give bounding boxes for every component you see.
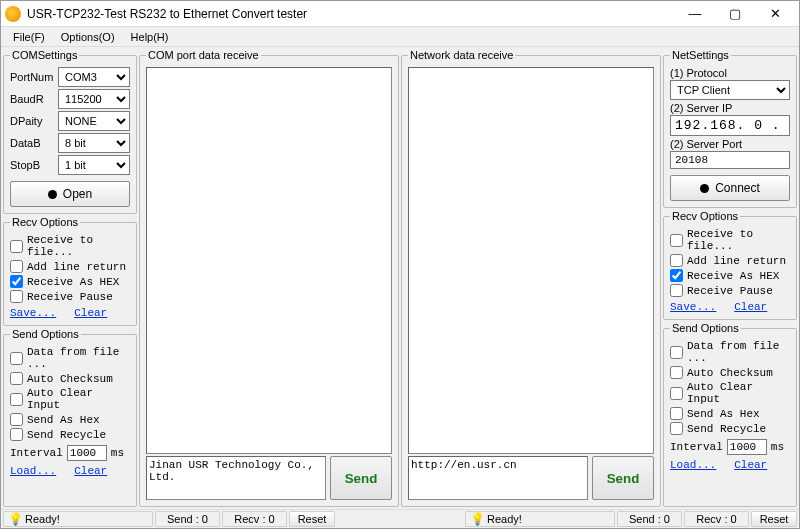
status-recv-right: Recv : 0 — [684, 511, 749, 527]
portnum-label: PortNum — [10, 71, 54, 83]
status-ready-right: 💡 Ready! — [465, 511, 615, 527]
interval-label-left: Interval — [10, 447, 63, 459]
menu-help[interactable]: Help(H) — [123, 29, 177, 45]
com-recv-textarea[interactable] — [146, 67, 392, 454]
recv-options-legend: Recv Options — [10, 216, 80, 228]
send-clear-left[interactable]: Clear — [74, 465, 107, 477]
status-dot-icon — [48, 190, 57, 199]
send-options-legend: Send Options — [10, 328, 81, 340]
net-recv-legend: Network data receive — [408, 49, 515, 61]
com-settings-legend: COMSettings — [10, 49, 79, 61]
auto-checksum-right[interactable] — [670, 366, 683, 379]
com-recv-legend: COM port data receive — [146, 49, 261, 61]
titlebar: USR-TCP232-Test RS232 to Ethernet Conver… — [1, 1, 799, 27]
recv-as-hex-right[interactable] — [670, 269, 683, 282]
server-port-label: (2) Server Port — [670, 138, 790, 150]
window-title: USR-TCP232-Test RS232 to Ethernet Conver… — [27, 7, 307, 21]
connect-button[interactable]: Connect — [670, 175, 790, 201]
interval-unit-right: ms — [771, 441, 784, 453]
datab-label: DataB — [10, 137, 54, 149]
open-button-label: Open — [63, 187, 92, 201]
com-settings-group: COMSettings PortNum COM3 BaudR 115200 DP… — [3, 49, 137, 214]
send-options-right: Send Options Data from file ... Auto Che… — [663, 322, 797, 507]
portnum-select[interactable]: COM3 — [58, 67, 130, 87]
interval-unit-left: ms — [111, 447, 124, 459]
net-settings-group: NetSettings (1) Protocol TCP Client (2) … — [663, 49, 797, 208]
recv-to-file-right[interactable] — [670, 234, 683, 247]
send-options-legend: Send Options — [670, 322, 741, 334]
minimize-button[interactable]: — — [675, 2, 715, 26]
status-recv-left: Recv : 0 — [222, 511, 287, 527]
net-settings-legend: NetSettings — [670, 49, 731, 61]
interval-label-right: Interval — [670, 441, 723, 453]
recv-as-hex-left[interactable] — [10, 275, 23, 288]
open-button[interactable]: Open — [10, 181, 130, 207]
auto-clear-input-right[interactable] — [670, 387, 683, 400]
data-from-file-right[interactable] — [670, 346, 683, 359]
net-send-textarea[interactable]: http://en.usr.cn — [408, 456, 588, 500]
send-recycle-right[interactable] — [670, 422, 683, 435]
bulb-icon: 💡 — [8, 512, 23, 526]
server-ip-label: (2) Server IP — [670, 102, 790, 114]
server-ip-input[interactable] — [670, 115, 790, 136]
add-line-return-right[interactable] — [670, 254, 683, 267]
recv-options-legend: Recv Options — [670, 210, 740, 222]
send-as-hex-right[interactable] — [670, 407, 683, 420]
connect-button-label: Connect — [715, 181, 760, 195]
protocol-select[interactable]: TCP Client — [670, 80, 790, 100]
statusbar: 💡 Ready! Send : 0 Recv : 0 Reset 💡 Ready… — [1, 509, 799, 527]
com-send-textarea[interactable]: Jinan USR Technology Co., Ltd. — [146, 456, 326, 500]
baud-select[interactable]: 115200 — [58, 89, 130, 109]
com-send-button[interactable]: Send — [330, 456, 392, 500]
recv-options-right: Recv Options Receive to file... Add line… — [663, 210, 797, 320]
recv-options-left: Recv Options Receive to file... Add line… — [3, 216, 137, 326]
send-as-hex-left[interactable] — [10, 413, 23, 426]
recv-pause-right[interactable] — [670, 284, 683, 297]
stopb-select[interactable]: 1 bit — [58, 155, 130, 175]
recv-clear-left[interactable]: Clear — [74, 307, 107, 319]
send-load-right[interactable]: Load... — [670, 459, 716, 471]
stopb-label: StopB — [10, 159, 54, 171]
status-reset-right[interactable]: Reset — [751, 511, 797, 527]
net-recv-group: Network data receive http://en.usr.cn Se… — [401, 49, 661, 507]
send-load-left[interactable]: Load... — [10, 465, 56, 477]
status-send-right: Send : 0 — [617, 511, 682, 527]
maximize-button[interactable]: ▢ — [715, 2, 755, 26]
status-reset-left[interactable]: Reset — [289, 511, 335, 527]
interval-input-left[interactable] — [67, 445, 107, 461]
parity-select[interactable]: NONE — [58, 111, 130, 131]
send-options-left: Send Options Data from file ... Auto Che… — [3, 328, 137, 507]
data-from-file-left[interactable] — [10, 352, 23, 365]
status-ready-left: 💡 Ready! — [3, 511, 153, 527]
interval-input-right[interactable] — [727, 439, 767, 455]
bulb-icon: 💡 — [470, 512, 485, 526]
com-recv-group: COM port data receive Jinan USR Technolo… — [139, 49, 399, 507]
menu-file[interactable]: File(F) — [5, 29, 53, 45]
recv-clear-right[interactable]: Clear — [734, 301, 767, 313]
close-button[interactable]: ✕ — [755, 2, 795, 26]
parity-label: DPaity — [10, 115, 54, 127]
auto-checksum-left[interactable] — [10, 372, 23, 385]
menu-options[interactable]: Options(O) — [53, 29, 123, 45]
server-port-input[interactable] — [670, 151, 790, 169]
auto-clear-input-left[interactable] — [10, 393, 23, 406]
baud-label: BaudR — [10, 93, 54, 105]
recv-pause-left[interactable] — [10, 290, 23, 303]
status-dot-icon — [700, 184, 709, 193]
net-send-button[interactable]: Send — [592, 456, 654, 500]
recv-save-right[interactable]: Save... — [670, 301, 716, 313]
menubar: File(F) Options(O) Help(H) — [1, 27, 799, 47]
add-line-return-left[interactable] — [10, 260, 23, 273]
recv-to-file-left[interactable] — [10, 240, 23, 253]
send-clear-right[interactable]: Clear — [734, 459, 767, 471]
net-recv-textarea[interactable] — [408, 67, 654, 454]
send-recycle-left[interactable] — [10, 428, 23, 441]
datab-select[interactable]: 8 bit — [58, 133, 130, 153]
recv-save-left[interactable]: Save... — [10, 307, 56, 319]
protocol-label: (1) Protocol — [670, 67, 790, 79]
app-icon — [5, 6, 21, 22]
status-send-left: Send : 0 — [155, 511, 220, 527]
